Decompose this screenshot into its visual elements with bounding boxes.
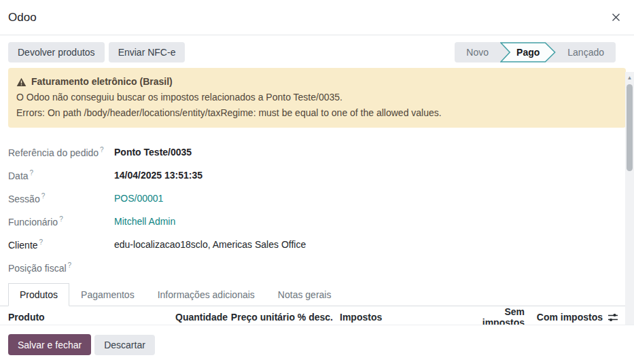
field-group: Referência do pedido? Ponto Teste/0035 D… <box>8 141 626 279</box>
field-row-order-reference: Referência do pedido? Ponto Teste/0035 <box>8 141 626 164</box>
field-label-order-reference: Referência do pedido <box>8 147 99 158</box>
vertical-scrollbar[interactable]: ▲ ▼ <box>625 72 634 325</box>
status-step-pago[interactable]: Pago <box>500 42 556 62</box>
tab-bar: Produtos Pagamentos Informações adiciona… <box>0 283 634 306</box>
field-label-customer: Cliente <box>8 240 38 251</box>
column-header-produto[interactable]: Produto <box>8 312 175 323</box>
toolbar: Devolver produtos Enviar NFC-e Novo Pago… <box>8 42 626 62</box>
status-step-lancado[interactable]: Lançado <box>556 42 616 62</box>
help-marker-icon[interactable]: ? <box>39 238 43 246</box>
field-value-date: 14/04/2025 13:51:35 <box>114 170 202 181</box>
field-label-date: Data <box>8 170 29 181</box>
tab-informacoes-adicionais[interactable]: Informações adicionais <box>146 283 266 306</box>
notebook: Produtos Pagamentos Informações adiciona… <box>0 283 634 325</box>
send-nfce-button[interactable]: Enviar NFC-e <box>109 42 186 62</box>
status-step-novo[interactable]: Novo <box>455 42 500 62</box>
dialog-body: Devolver produtos Enviar NFC-e Novo Pago… <box>0 35 634 325</box>
help-marker-icon[interactable]: ? <box>68 261 72 269</box>
return-products-button[interactable]: Devolver produtos <box>8 42 105 62</box>
warning-alert-title: Faturamento eletrônico (Brasil) <box>16 74 618 90</box>
discard-button[interactable]: Descartar <box>94 335 155 355</box>
column-header-sem-impostos[interactable]: Sem impostos <box>462 306 525 325</box>
warning-icon <box>16 77 27 87</box>
optional-columns-icon[interactable] <box>607 312 619 323</box>
scrollbar-up-arrow-icon[interactable]: ▲ <box>625 73 634 81</box>
help-marker-icon[interactable]: ? <box>59 215 63 223</box>
field-row-session: Sessão? POS/00001 <box>8 187 626 210</box>
column-header-quantidade[interactable]: Quantidade <box>175 312 219 323</box>
column-header-desc[interactable]: % desc. <box>295 312 333 323</box>
field-row-date: Data? 14/04/2025 13:51:35 <box>8 164 626 187</box>
tab-notas-gerais[interactable]: Notas gerais <box>266 283 343 306</box>
field-label-employee: Funcionário <box>8 217 58 228</box>
field-row-employee: Funcionário? Mitchell Admin <box>8 210 626 233</box>
help-marker-icon[interactable]: ? <box>41 192 46 200</box>
help-marker-icon[interactable]: ? <box>30 169 34 177</box>
dialog-header: Odoo <box>0 0 634 35</box>
column-header-preco-unitario[interactable]: Preço unitário <box>219 312 295 323</box>
field-label-fiscal-position: Posição fiscal <box>8 263 67 274</box>
dialog-title: Odoo <box>8 11 37 24</box>
dialog-footer: Salvar e fechar Descartar <box>0 325 634 364</box>
employee-link[interactable]: Mitchell Admin <box>114 216 175 227</box>
field-value-order-reference: Ponto Teste/0035 <box>114 147 192 158</box>
save-and-close-button[interactable]: Salvar e fechar <box>8 334 91 355</box>
column-header-impostos[interactable]: Impostos <box>333 312 462 323</box>
warning-alert-line1: O Odoo não conseguiu buscar os impostos … <box>16 90 618 105</box>
field-row-fiscal-position: Posição fiscal? <box>8 256 626 279</box>
warning-alert-line2: Errors: On path /body/header/locations/e… <box>16 105 618 121</box>
close-button[interactable] <box>609 10 623 24</box>
column-header-com-impostos[interactable]: Com impostos <box>525 312 603 323</box>
warning-alert: Faturamento eletrônico (Brasil) O Odoo n… <box>8 68 626 128</box>
products-table-header: Produto Quantidade Preço unitário % desc… <box>0 306 634 325</box>
field-value-customer[interactable]: edu-localizacao18sclo, Americas Sales Of… <box>114 239 306 250</box>
session-link[interactable]: POS/00001 <box>114 193 163 204</box>
scrollbar-thumb[interactable] <box>627 84 633 171</box>
close-icon <box>610 15 622 25</box>
help-marker-icon[interactable]: ? <box>100 146 104 153</box>
tab-produtos[interactable]: Produtos <box>8 283 69 306</box>
tab-pagamentos[interactable]: Pagamentos <box>69 283 146 306</box>
statusbar: Novo Pago Lançado <box>455 42 616 62</box>
field-label-session: Sessão <box>8 194 40 204</box>
field-row-customer: Cliente? edu-localizacao18sclo, Americas… <box>8 233 626 256</box>
